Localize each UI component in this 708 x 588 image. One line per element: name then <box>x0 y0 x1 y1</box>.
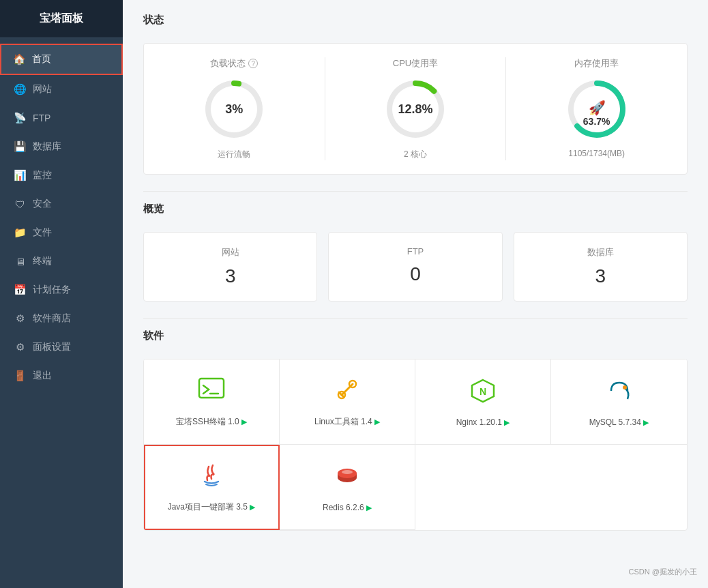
software-item-ssh[interactable]: 宝塔SSH终端 1.0 ▶ <box>144 359 280 445</box>
sidebar-item-logout[interactable]: 🚪退出 <box>0 362 123 390</box>
sidebar-header: 宝塔面板 <box>0 0 123 38</box>
main-content: 状态 负载状态 ? 3% 运行流畅 CPU使用率 12.8% <box>123 0 708 588</box>
overview-card-label: FTP <box>407 246 424 256</box>
gauge-circle: 🚀 63.7% <box>563 75 631 143</box>
status-section: 状态 负载状态 ? 3% 运行流畅 CPU使用率 12.8% <box>143 14 688 175</box>
sidebar-item-database[interactable]: 💾数据库 <box>0 132 123 161</box>
gauge-CPU使用率: CPU使用率 12.8% 2 核心 <box>325 57 507 160</box>
overview-title: 概览 <box>143 203 688 221</box>
sidebar-item-website[interactable]: 🌐网站 <box>0 75 123 104</box>
gauge-value: 12.8% <box>398 102 432 117</box>
gauges-row: 负载状态 ? 3% 运行流畅 CPU使用率 12.8% 2 核心 <box>143 43 688 175</box>
java-name: Java项目一键部署 3.5 ▶ <box>168 501 256 513</box>
svg-rect-1 <box>199 379 224 398</box>
linux-icon <box>334 376 361 409</box>
website-label: 网站 <box>33 83 52 95</box>
database-label: 数据库 <box>33 141 61 153</box>
svg-text:N: N <box>480 386 486 397</box>
software-item-redis[interactable]: Redis 6.2.6 ▶ <box>280 445 415 530</box>
sidebar-nav: 🏠首页🌐网站📡FTP💾数据库📊监控🛡安全📁文件🖥终端📅计划任务⚙软件商店⚙面板设… <box>0 38 123 588</box>
software-item-linux[interactable]: Linux工具箱 1.4 ▶ <box>280 359 415 445</box>
nginx-icon: N <box>469 377 497 411</box>
gauge-circle: 3% <box>200 75 268 143</box>
software-item-java[interactable]: Java项目一键部署 3.5 ▶ <box>144 445 280 530</box>
software-item-mysql[interactable]: MySQL 5.7.34 ▶ <box>551 359 687 445</box>
monitor-icon: 📊 <box>14 169 26 181</box>
gauge-sub: 2 核心 <box>404 149 427 160</box>
overview-card-FTP[interactable]: FTP 0 <box>328 232 502 302</box>
sidebar-item-files[interactable]: 📁文件 <box>0 218 123 247</box>
gauge-内存使用率: 内存使用率 🚀 63.7% 1105/1734(MB) <box>506 57 687 160</box>
cron-label: 计划任务 <box>33 284 71 296</box>
sidebar-item-ftp[interactable]: 📡FTP <box>0 104 123 132</box>
sidebar-item-monitor[interactable]: 📊监控 <box>0 161 123 190</box>
watermark: CSDN @掘发的小王 <box>629 567 697 577</box>
overview-card-value: 0 <box>410 263 421 285</box>
gauge-负载状态: 负载状态 ? 3% 运行流畅 <box>144 57 325 160</box>
gauge-value: 63.7% <box>583 116 610 127</box>
gauge-sub: 运行流畅 <box>218 149 250 160</box>
svg-point-13 <box>342 470 353 474</box>
svg-text:🚀: 🚀 <box>588 100 605 116</box>
overview-card-label: 网站 <box>222 246 239 259</box>
security-icon: 🛡 <box>14 199 26 210</box>
home-icon: 🏠 <box>13 53 25 65</box>
cron-icon: 📅 <box>14 284 26 296</box>
gauge-sub: 1105/1734(MB) <box>568 149 625 158</box>
overview-card-网站[interactable]: 网站 3 <box>143 232 317 302</box>
overview-card-数据库[interactable]: 数据库 3 <box>514 232 688 302</box>
store-label: 软件商店 <box>33 312 71 325</box>
files-label: 文件 <box>33 226 52 239</box>
linux-name: Linux工具箱 1.4 ▶ <box>314 416 380 428</box>
logout-icon: 🚪 <box>14 370 26 382</box>
overview-cards: 网站 3 FTP 0 数据库 3 <box>143 232 688 302</box>
svg-point-9 <box>623 385 627 389</box>
ssh-icon <box>198 376 225 409</box>
gauge-circle: 12.8% <box>381 75 449 143</box>
redis-icon <box>334 462 361 496</box>
gauge-label-内存使用率: 内存使用率 <box>574 57 619 70</box>
gauge-label-CPU使用率: CPU使用率 <box>393 57 438 70</box>
terminal-icon: 🖥 <box>14 256 26 267</box>
sidebar-item-cron[interactable]: 📅计划任务 <box>0 276 123 304</box>
sidebar-item-panel[interactable]: ⚙面板设置 <box>0 333 123 362</box>
website-icon: 🌐 <box>14 83 26 95</box>
redis-name: Redis 6.2.6 ▶ <box>323 503 372 512</box>
ftp-label: FTP <box>33 113 50 123</box>
panel-icon: ⚙ <box>14 341 26 353</box>
security-label: 安全 <box>33 198 52 210</box>
sidebar-item-store[interactable]: ⚙软件商店 <box>0 304 123 333</box>
sidebar: 宝塔面板 🏠首页🌐网站📡FTP💾数据库📊监控🛡安全📁文件🖥终端📅计划任务⚙软件商… <box>0 0 123 588</box>
overview-card-value: 3 <box>225 265 236 287</box>
status-title: 状态 <box>143 14 688 32</box>
java-icon <box>198 461 225 495</box>
overview-card-label: 数据库 <box>587 246 614 259</box>
software-item-nginx[interactable]: N Nginx 1.20.1 ▶ <box>415 359 551 445</box>
ftp-icon: 📡 <box>14 112 26 124</box>
sidebar-logo: 宝塔面板 <box>40 12 83 26</box>
nginx-name: Nginx 1.20.1 ▶ <box>456 417 510 427</box>
sidebar-item-terminal[interactable]: 🖥终端 <box>0 247 123 276</box>
overview-card-value: 3 <box>595 265 606 287</box>
mysql-name: MySQL 5.7.34 ▶ <box>589 417 649 427</box>
database-icon: 💾 <box>14 141 26 153</box>
ssh-name: 宝塔SSH终端 1.0 ▶ <box>176 416 247 428</box>
terminal-label: 终端 <box>33 255 52 267</box>
store-icon: ⚙ <box>14 312 26 325</box>
sidebar-item-home[interactable]: 🏠首页 <box>0 44 123 75</box>
panel-label: 面板设置 <box>33 341 71 353</box>
monitor-label: 监控 <box>33 169 52 181</box>
software-section: 软件 宝塔SSH终端 1.0 ▶ Linux工具箱 1.4 ▶ N Nginx … <box>143 329 688 531</box>
software-title: 软件 <box>143 329 688 348</box>
sidebar-item-security[interactable]: 🛡安全 <box>0 190 123 218</box>
software-grid: 宝塔SSH终端 1.0 ▶ Linux工具箱 1.4 ▶ N Nginx 1.2… <box>143 359 688 531</box>
files-icon: 📁 <box>14 226 26 239</box>
gauge-value: 3% <box>225 102 243 117</box>
logout-label: 退出 <box>33 370 52 382</box>
overview-section: 概览 网站 3 FTP 0 数据库 3 <box>143 203 688 302</box>
question-icon[interactable]: ? <box>248 59 258 68</box>
mysql-icon <box>606 377 633 411</box>
gauge-label-负载状态: 负载状态 ? <box>210 57 258 70</box>
svg-line-3 <box>342 384 353 395</box>
home-label: 首页 <box>32 53 51 65</box>
